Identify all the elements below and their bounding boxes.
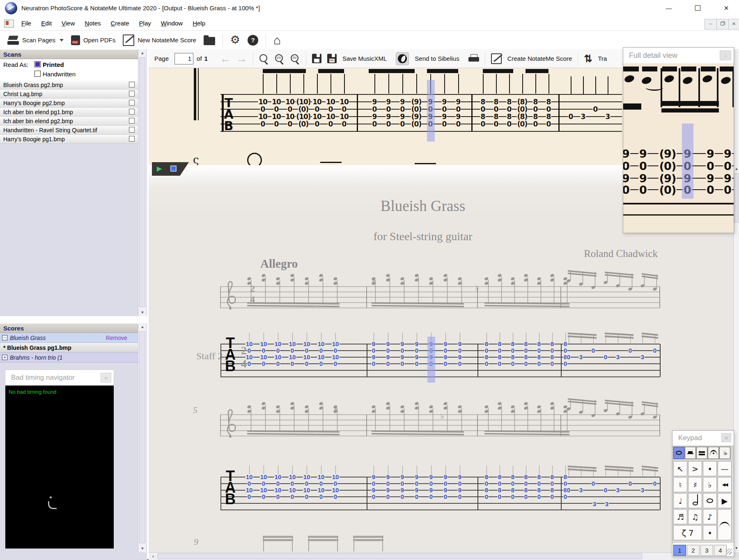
eighth-note-pair-button[interactable]: ♫ [688,509,702,524]
scanned-tab-number[interactable]: 0 [593,106,598,112]
score-row[interactable]: −Blueish GrassRemove [0,333,138,343]
pencil-icon[interactable] [491,53,502,64]
scanned-tab-number[interactable]: (10) [296,113,311,120]
tab-number[interactable]: 0 [386,494,390,500]
scanned-tab-number[interactable]: (0) [298,121,309,127]
tab-number[interactable]: 3 [605,501,609,507]
tab-number[interactable]: 0 [443,348,448,353]
staccato-button[interactable]: • [703,461,717,476]
tab-number[interactable]: 0 [247,361,251,367]
scanned-tab-number[interactable]: 8 [533,113,538,120]
tab-number[interactable]: 8 [498,354,502,360]
scanned-tab-number[interactable]: 3 [605,113,610,120]
double-flat-tab-icon[interactable]: ♭♭ [719,447,730,459]
tab-number[interactable]: 0 [386,348,390,353]
detail-tab-number[interactable]: (9) [659,173,677,184]
open-folder-button[interactable] [204,35,215,45]
tab-number[interactable]: 8 [550,354,554,360]
transpose-button[interactable]: Tra [598,55,607,62]
scanned-tab-number[interactable]: 8 [533,99,538,105]
play-icon[interactable]: ▶ [157,165,162,173]
tab-number[interactable]: 9 [386,474,390,480]
tab-number[interactable]: 10 [260,341,268,347]
tab-number[interactable]: 9 [372,354,376,360]
print-icon[interactable] [468,54,479,63]
tab-number[interactable]: 0 [333,494,337,500]
tab-number[interactable]: 8 [484,354,489,360]
tab-number[interactable]: 0 [262,481,266,487]
tab-number[interactable]: 0 [563,361,567,367]
tab-number[interactable]: 9 [400,341,404,347]
scanned-tab-number[interactable]: (9) [411,113,422,120]
tab-number[interactable]: 9 [443,474,448,480]
scanned-tab-number[interactable]: 0 [274,121,279,127]
tab-number[interactable]: 10 [303,354,311,360]
sixteenth-note-button[interactable]: ♬ [673,509,687,524]
tab-number[interactable]: 8 [537,487,541,493]
tab-number[interactable]: 0 [550,494,554,500]
scanned-tab-number[interactable]: 10 [271,113,281,120]
detail-tab-number[interactable]: 9 [723,149,732,159]
tab-number[interactable]: 8 [498,487,502,493]
scanned-tab-number[interactable]: 10 [326,99,335,105]
tab-number[interactable]: 9 [400,354,404,360]
tab-number[interactable]: 10 [317,474,325,480]
rests-button[interactable]: ζ 7 [673,525,702,540]
scanned-tab-number[interactable]: 10 [258,99,268,105]
tab-number[interactable]: 0 [458,361,462,367]
tab-number[interactable]: 9 [400,474,404,480]
tab-number[interactable]: 9 [443,487,448,493]
tab-number[interactable]: 8 [537,341,541,347]
tab-number[interactable]: 10 [274,354,282,360]
scanned-tab-number[interactable]: 10 [271,99,281,105]
scanned-tab-number[interactable]: 10 [339,99,349,105]
scans-scrollbar[interactable]: ▲ ▼ [138,49,146,316]
file-checkbox[interactable] [129,91,135,96]
tab-number[interactable]: 8 [498,341,502,347]
tab-number[interactable]: 9 [372,474,376,480]
tab-number[interactable]: 8 [524,474,528,480]
detail-tab-number[interactable]: 0 [638,161,647,171]
tab-number[interactable]: 0 [333,481,337,487]
scanned-tab-number[interactable]: 9 [456,113,461,120]
sharp-button[interactable]: ♯ [688,477,702,492]
tab-number[interactable]: 0 [653,481,657,487]
tab-number[interactable]: 0 [537,494,541,500]
scanned-tab-number[interactable]: 0 [386,106,391,112]
horizontal-scrollbar-thumb[interactable] [158,553,642,559]
voice-1-button[interactable]: 1 [673,545,686,556]
scanned-tab-number[interactable]: 8 [493,99,499,105]
tab-number[interactable]: 10 [303,487,311,493]
tab-number[interactable]: 0 [333,348,337,353]
scanned-tab-number[interactable]: 0 [400,121,405,127]
tab-number[interactable]: 9 [386,341,390,347]
tab-number[interactable]: 0 [429,481,433,487]
file-checkbox[interactable] [129,118,135,124]
tab-number[interactable]: 0 [429,494,433,500]
scanned-tab-number[interactable]: 9 [400,99,405,105]
tab-number[interactable]: 0 [247,494,251,500]
tab-number[interactable]: 0 [524,348,528,353]
fermata-tab-icon[interactable] [708,447,719,459]
scan-pages-button[interactable]: Scan Pages [7,36,64,45]
tab-number[interactable]: 0 [498,481,502,487]
tab-number[interactable]: 8 [484,487,489,493]
scanned-tab-number[interactable]: 0 [287,121,293,127]
tab-number[interactable]: 8 [537,354,541,360]
tab-number[interactable]: 0 [524,494,528,500]
tab-number[interactable]: 10 [303,474,311,480]
detail-tab-number[interactable]: 0 [623,161,630,171]
tab-number[interactable]: 0 [498,494,502,500]
menu-play[interactable]: Play [134,16,156,30]
tab-number[interactable]: 10 [274,474,282,480]
handwritten-checkbox[interactable] [34,71,41,77]
vertical-scrollbar[interactable]: ▲ ▼ [733,49,739,552]
tab-number[interactable]: 8 [550,341,554,347]
tab-number[interactable]: 8 [511,354,515,360]
tab-number[interactable]: 8 [511,474,515,480]
tab-number[interactable]: 0 [628,348,632,353]
tab-number[interactable]: 0 [550,361,554,367]
scan-file-row[interactable]: Christ Lag.bmp [0,90,138,99]
augmentation-dot-button[interactable]: • [703,525,717,540]
tab-number[interactable]: 3 [579,487,583,493]
